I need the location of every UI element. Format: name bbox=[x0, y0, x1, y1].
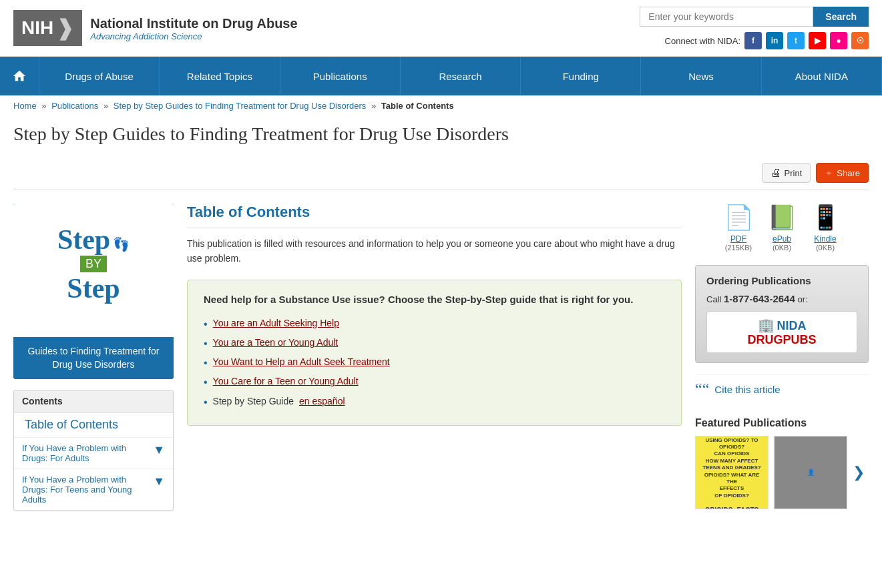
nih-arrow-icon: ❱ bbox=[56, 15, 74, 41]
chevron-down-icon: ▼ bbox=[153, 443, 165, 457]
kindle-size: (0KB) bbox=[811, 244, 841, 252]
list-item: You are a Teen or Young Adult bbox=[204, 334, 665, 353]
nav-research[interactable]: Research bbox=[401, 57, 521, 95]
adult-help-link[interactable]: You are an Adult Seeking Help bbox=[213, 318, 339, 328]
share-label: Share bbox=[837, 168, 860, 178]
care-teen-link[interactable]: You Care for a Teen or Young Adult bbox=[213, 376, 359, 386]
book-subtitle: Guides to Finding Treatment for Drug Use… bbox=[13, 337, 174, 379]
book-cover: Step 👣 BY Step Guides to Finding Treatme… bbox=[13, 204, 174, 379]
pdf-size: (215KB) bbox=[724, 244, 754, 252]
flickr-icon[interactable]: ● bbox=[830, 32, 847, 49]
step-by-step-logo: Step 👣 BY Step bbox=[24, 217, 163, 311]
contents-item-toc[interactable]: Table of Contents bbox=[14, 412, 173, 438]
featured-img-text-2: 👤 bbox=[807, 469, 815, 476]
contents-item-label: Table of Contents bbox=[25, 418, 118, 432]
org-name-area: National Institute on Drug Abuse Advanci… bbox=[90, 15, 297, 41]
green-box: Need help for a Substance Use issue? Cho… bbox=[187, 280, 682, 426]
phone-suffix: or: bbox=[797, 294, 807, 304]
nav-home-button[interactable] bbox=[0, 57, 39, 95]
download-icons: 📄 PDF (215KB) 📗 ePub (0KB) 📱 Kindle (0KB… bbox=[695, 204, 869, 252]
espanol-link[interactable]: en español bbox=[299, 396, 345, 406]
epub-icon: 📗 bbox=[767, 204, 797, 232]
print-label: Print bbox=[785, 168, 803, 178]
contents-item-label: If You Have a Problem with Drugs: For Ad… bbox=[22, 443, 150, 463]
help-adult-link[interactable]: You Want to Help an Adult Seek Treatment bbox=[213, 356, 390, 367]
left-sidebar: Step 👣 BY Step Guides to Finding Treatme… bbox=[13, 204, 174, 511]
nav-publications[interactable]: Publications bbox=[280, 57, 401, 95]
content-area: Step 👣 BY Step Guides to Finding Treatme… bbox=[13, 204, 869, 511]
by-row: BY bbox=[31, 256, 156, 272]
teen-link[interactable]: You are a Teen or Young Adult bbox=[213, 337, 339, 348]
main-nav: Drugs of Abuse Related Topics Publicatio… bbox=[0, 57, 882, 95]
search-bar: Search bbox=[640, 7, 869, 27]
cite-article-link[interactable]: Cite this article bbox=[714, 384, 780, 395]
breadcrumb: Home » Publications » Step by Step Guide… bbox=[0, 95, 882, 116]
site-header: NIH ❱ National Institute on Drug Abuse A… bbox=[0, 0, 882, 57]
list-item: Step by Step Guide en español bbox=[204, 392, 665, 412]
footprint-icon: 👣 bbox=[113, 237, 130, 252]
toc-description: This publication is filled with resource… bbox=[187, 236, 682, 266]
green-box-list: You are an Adult Seeking Help You are a … bbox=[204, 314, 665, 412]
breadcrumb-sep-3: » bbox=[371, 101, 379, 111]
breadcrumb-guide-link[interactable]: Step by Step Guides to Finding Treatment… bbox=[114, 101, 367, 111]
home-icon bbox=[12, 69, 27, 83]
social-links: Connect with NIDA: f in t ▶ ● ☉ bbox=[665, 32, 869, 49]
chevron-down-icon: ▼ bbox=[153, 475, 165, 489]
center-content: Table of Contents This publication is fi… bbox=[187, 204, 682, 511]
nih-text: NIH bbox=[21, 17, 53, 39]
next-featured-arrow[interactable]: ❯ bbox=[853, 464, 865, 481]
breadcrumb-home[interactable]: Home bbox=[13, 101, 37, 111]
ordering-title: Ordering Publications bbox=[706, 275, 857, 286]
breadcrumb-publications[interactable]: Publications bbox=[51, 101, 98, 111]
epub-download[interactable]: 📗 ePub (0KB) bbox=[767, 204, 797, 252]
share-button[interactable]: ＋ Share bbox=[816, 163, 869, 183]
epub-label: ePub bbox=[767, 234, 797, 244]
drugpubs-logo[interactable]: 🏢 NIDA DRUGPUBS bbox=[706, 311, 857, 353]
featured-images: HOW CAN I TELL IFMY CHILD HAS BEEN ADDIC… bbox=[695, 436, 869, 509]
search-input[interactable] bbox=[640, 7, 813, 27]
kindle-download[interactable]: 📱 Kindle (0KB) bbox=[811, 204, 841, 252]
ordering-box: Ordering Publications Call 1-877-643-264… bbox=[695, 265, 869, 363]
rss-icon[interactable]: ☉ bbox=[851, 32, 869, 49]
contents-item-teens[interactable]: If You Have a Problem with Drugs: For Te… bbox=[14, 469, 173, 511]
youtube-icon[interactable]: ▶ bbox=[809, 32, 826, 49]
ordering-phone: Call 1-877-643-2644 or: bbox=[706, 293, 857, 304]
featured-image-1[interactable]: HOW CAN I TELL IFMY CHILD HAS BEEN ADDIC… bbox=[695, 436, 768, 509]
nida-dp-icon: 🏢 bbox=[758, 318, 775, 332]
kindle-label: Kindle bbox=[811, 234, 841, 244]
breadcrumb-sep-1: » bbox=[41, 101, 49, 111]
twitter-icon[interactable]: t bbox=[787, 32, 805, 49]
step-word-2: Step bbox=[31, 272, 156, 304]
list-item: You Want to Help an Adult Seek Treatment bbox=[204, 353, 665, 372]
nav-about-nida[interactable]: About NIDA bbox=[762, 57, 882, 95]
nida-text: NIDA bbox=[777, 319, 806, 332]
page-actions: 🖨 Print ＋ Share bbox=[762, 163, 869, 183]
main-content: Step by Step Guides to Finding Treatment… bbox=[0, 116, 882, 525]
print-button[interactable]: 🖨 Print bbox=[762, 163, 811, 183]
nav-news[interactable]: News bbox=[641, 57, 761, 95]
search-button[interactable]: Search bbox=[813, 7, 869, 27]
header-right: Search Connect with NIDA: f in t ▶ ● ☉ bbox=[640, 7, 869, 49]
org-name: National Institute on Drug Abuse bbox=[90, 15, 297, 31]
org-tagline: Advancing Addiction Science bbox=[90, 31, 297, 41]
printer-icon: 🖨 bbox=[770, 167, 781, 179]
contents-box: Contents Table of Contents If You Have a… bbox=[13, 390, 174, 511]
nav-related-topics[interactable]: Related Topics bbox=[160, 57, 280, 95]
facebook-icon[interactable]: f bbox=[744, 32, 762, 49]
step-word-1: Step 👣 bbox=[31, 224, 156, 256]
contents-item-adults[interactable]: If You Have a Problem with Drugs: For Ad… bbox=[14, 438, 173, 469]
pdf-download[interactable]: 📄 PDF (215KB) bbox=[724, 204, 754, 252]
nav-funding[interactable]: Funding bbox=[521, 57, 641, 95]
featured-image-2[interactable]: 👤 bbox=[774, 436, 847, 509]
featured-img-text-1: HOW CAN I TELL IFMY CHILD HAS BEEN ADDIC… bbox=[700, 436, 764, 509]
linkedin-icon[interactable]: in bbox=[766, 32, 783, 49]
featured-title: Featured Publications bbox=[695, 417, 869, 429]
contents-header-label: Contents bbox=[14, 390, 173, 412]
drugpubs-text: DRUGPUBS bbox=[747, 333, 816, 346]
pdf-icon: 📄 bbox=[724, 204, 754, 232]
logo-area: NIH ❱ National Institute on Drug Abuse A… bbox=[13, 10, 298, 46]
nav-drugs-of-abuse[interactable]: Drugs of Abuse bbox=[39, 57, 160, 95]
plus-icon: ＋ bbox=[825, 167, 833, 179]
list-item: You are an Adult Seeking Help bbox=[204, 314, 665, 334]
espanol-text: Step by Step Guide bbox=[213, 396, 294, 406]
